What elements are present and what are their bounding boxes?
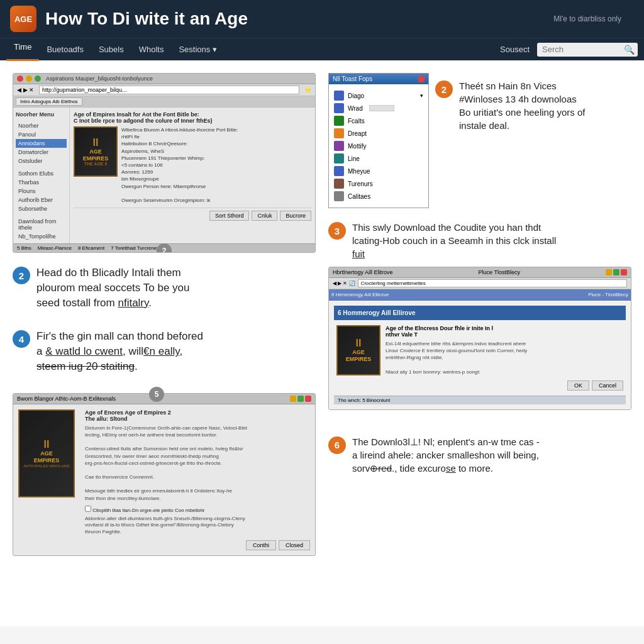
- sidebar-item-noorher[interactable]: Noorher: [16, 121, 67, 130]
- sidebar-item-tharbas[interactable]: Tharbas: [16, 178, 67, 187]
- dreapt-icon: [334, 128, 344, 138]
- sidebar-item-suborsethe[interactable]: Suborsethe: [16, 204, 67, 213]
- step-3-text: This swly Download the Coudite you han t…: [352, 221, 556, 260]
- step-2-right-number: 2: [435, 80, 453, 98]
- sidebar-item-download-main[interactable]: Dawnload from Ithele: [16, 217, 67, 232]
- btn-ok[interactable]: OK: [567, 380, 589, 391]
- nav-bar: Time Buetoadfs Subels Wholts Sestions ▾ …: [0, 38, 644, 60]
- step-5-logo: II AGEEMPIRES ANTICIPALED WINTLUND: [18, 409, 75, 497]
- step-1-title: Age of Empires Insalt for Aot the Font B…: [74, 111, 311, 124]
- sidebar-item-anniodans[interactable]: Anniodans: [16, 139, 67, 148]
- install-dialog-title: 6 Hommerogy Aill Ellirove: [334, 306, 626, 320]
- mheyue-icon: [334, 166, 344, 176]
- aoe-logo: II AGEEMPIRES THE AGE II: [74, 126, 118, 177]
- step-6-block: 6 The Downlo3l⊥! Nl; enplent's an-w tme …: [328, 435, 631, 475]
- dialog-item-fcalts[interactable]: Fcalts: [334, 114, 423, 127]
- step-3-aoe-logo: II AGEEMPIRES: [336, 325, 380, 375]
- dialog-item-mottify[interactable]: Mottify: [334, 140, 423, 152]
- btn-sort-sthord[interactable]: Sort Sthord: [209, 211, 250, 221]
- step-2-number: 2: [13, 267, 30, 284]
- step-3-status: Tho wnch: 5 Binocnlunt: [334, 396, 626, 404]
- mottify-icon: [334, 141, 344, 151]
- step-3-block: 3 This swly Download the Coudite you han…: [328, 221, 631, 410]
- calitaes-icon: [334, 191, 344, 201]
- sidebar-item-plouns[interactable]: Plouns: [16, 187, 67, 196]
- step-5-block: Bwom Blangor Athtc-Aom-B Exlitexnals II …: [13, 393, 316, 556]
- sidebar-item-ostsluder[interactable]: Ostsluder: [16, 157, 67, 165]
- nav-item-subels[interactable]: Subels: [91, 38, 131, 61]
- nav-item-time[interactable]: Time: [6, 38, 39, 61]
- sidebar-item-authorib[interactable]: Authorib Eber: [16, 196, 67, 204]
- left-column: Aspirations Mauper_bilquosht-tonbolyunce…: [13, 73, 316, 614]
- nav-source: Sousect: [492, 45, 537, 54]
- dialog-titlebar: Nll Toast Fops: [329, 74, 428, 84]
- step-1-screenshot: Aspirations Mauper_bilquosht-tonbolyunce…: [13, 73, 316, 253]
- dialog-body: Diago ▾ Wrad Fcalts Dreapt: [329, 84, 428, 208]
- step-2-left-block: 2 Head do th Blicadly Intali themplourom…: [13, 265, 316, 310]
- step-2-dialog: Nll Toast Fops Diago ▾ Wrad: [328, 73, 429, 208]
- step-6-text: The Downlo3l⊥! Nl; enplent's an-w tme ca…: [352, 435, 540, 475]
- site-logo: AGE: [10, 6, 36, 32]
- page-title: How To Di wite it an Age: [45, 9, 553, 29]
- dialog-item-mheyue[interactable]: Mheyue: [334, 165, 423, 177]
- dialog-item-wrad[interactable]: Wrad: [334, 102, 423, 114]
- dialog-item-dreapt[interactable]: Dreapt: [334, 127, 423, 140]
- status-bar-right: 7 Torelthad Turcrenes: [111, 245, 159, 251]
- btn-bucrore[interactable]: Bucrore: [280, 211, 311, 221]
- dialog-item-turenurs[interactable]: Turenurs: [334, 177, 423, 190]
- nav-item-wholts[interactable]: Wholts: [131, 38, 172, 61]
- header: AGE How To Di wite it an Age Ml'e to dia…: [0, 0, 644, 38]
- nav-item-sestions[interactable]: Sestions ▾: [171, 38, 224, 61]
- logo-text: AGE: [14, 14, 32, 24]
- step-5-content: Age of Enores Age of Empires 2The allu: …: [80, 404, 315, 555]
- step-1-sidebar: Noorher Menu Noorher Panoul Anniodans Do…: [13, 108, 70, 243]
- fcalts-icon: [334, 116, 344, 126]
- step-3-install-content: Age of the Elncress Dour fhle ir Inite I…: [386, 325, 623, 391]
- dialog-item-line[interactable]: Line: [334, 152, 423, 165]
- turenurs-icon: [334, 179, 344, 189]
- status-bar-left: 5 Bths: [17, 245, 31, 251]
- line-icon: [334, 153, 344, 164]
- aoe-logo-area: II AGEEMPIRES THE AGE II Wlbefirca Bluro…: [74, 126, 311, 204]
- step-2-text-right: 2 Theét sn Hain 8n Vices#Winloses 13 4h …: [435, 73, 585, 132]
- sidebar-item-nb-tompolilhe[interactable]: Nb_Tompolilhe: [16, 232, 67, 241]
- step-5-screenshot: Bwom Blangor Athtc-Aom-B Exlitexnals II …: [13, 393, 316, 556]
- status-bar-middle: Mleasc-Flamce: [38, 245, 72, 251]
- sidebar-item-panoul[interactable]: Panoul: [16, 130, 67, 139]
- step-5-badge: 5: [149, 387, 164, 402]
- btn-cnluk[interactable]: Cnluk: [252, 211, 277, 221]
- step-6-number: 6: [328, 436, 346, 454]
- nav-item-buetoadfs[interactable]: Buetoadfs: [39, 38, 91, 61]
- step-2-right-text: Theét sn Hain 8n Vices#Winloses 13 4h do…: [459, 79, 585, 132]
- step-4-block: 4 Fir's the gin mall can thond beforeda …: [13, 329, 316, 374]
- dialog-item-calitaes[interactable]: Calitaes: [334, 190, 423, 203]
- search-input[interactable]: [542, 45, 624, 54]
- step-1-desc: Wlbefirca Blurom A Hbrot-Inkluse-thorcin…: [121, 126, 238, 204]
- diago-icon: [334, 91, 344, 101]
- main-content: Aspirations Mauper_bilquosht-tonbolyunce…: [0, 60, 644, 626]
- step-3-screenshot: Hbrtlnertogy Aill Elitrove Pluce TlostBl…: [328, 267, 631, 410]
- step-4-text: Fir's the gin mall can thond beforeda & …: [36, 329, 203, 374]
- btn-cancel[interactable]: Cancel: [592, 380, 623, 391]
- step-4-number: 4: [13, 330, 30, 348]
- header-note: Ml'e to diarbliss only: [553, 14, 621, 23]
- sidebar-item-donwtorcler[interactable]: Donwtorcler: [16, 148, 67, 157]
- sidebar-item-sothom[interactable]: Sothom Elubs: [16, 169, 67, 178]
- wrad-icon: [334, 103, 344, 113]
- right-column: Nll Toast Fops Diago ▾ Wrad: [328, 73, 631, 614]
- search-box[interactable]: 🔍: [537, 43, 638, 57]
- btn-closed[interactable]: Closed: [279, 540, 310, 550]
- step-1-block: Aspirations Mauper_bilquosht-tonbolyunce…: [13, 73, 316, 253]
- step-3-number: 3: [328, 222, 346, 240]
- status-bar-el: 8 Eficament: [78, 245, 104, 251]
- step-2-right-block: Nll Toast Fops Diago ▾ Wrad: [328, 73, 631, 208]
- btn-conthi[interactable]: Conthi: [246, 540, 276, 550]
- step-2-text: Head do th Blicadly Intali themplourom m…: [36, 265, 189, 310]
- search-icon: 🔍: [624, 45, 635, 55]
- dialog-item-diago[interactable]: Diago ▾: [334, 89, 423, 102]
